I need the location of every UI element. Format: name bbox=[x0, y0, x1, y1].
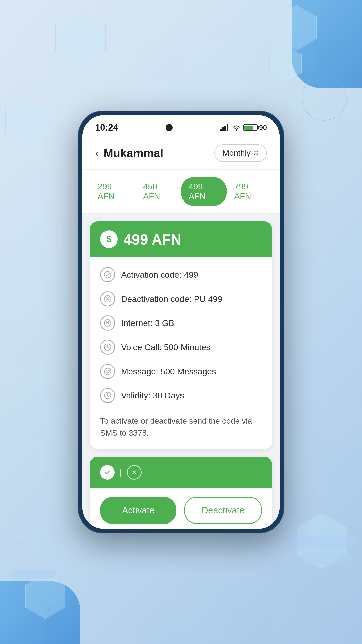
phone-frame: 10:24 90 bbox=[78, 111, 284, 533]
page-title: Mukammal bbox=[104, 146, 163, 160]
message-text: Message: 500 Messages bbox=[121, 367, 216, 376]
para-shape-3 bbox=[9, 570, 56, 579]
svg-point-5 bbox=[104, 271, 111, 278]
feature-deactivation: Deactivation code: PU 499 bbox=[100, 291, 262, 306]
para-shape-2 bbox=[295, 553, 353, 564]
deactivate-button[interactable]: Deactivate bbox=[184, 497, 262, 524]
plan-card-header: $ 499 AFN bbox=[90, 221, 272, 257]
status-time: 10:24 bbox=[95, 122, 118, 133]
price-tab-0[interactable]: 299 AFN bbox=[90, 177, 135, 206]
phone-screen: 10:24 90 bbox=[82, 115, 280, 529]
monthly-dropdown[interactable]: Monthly ⊕ bbox=[214, 144, 267, 162]
svg-rect-0 bbox=[220, 129, 222, 131]
signal-icon bbox=[220, 124, 230, 131]
price-tab-1[interactable]: 450 AFN bbox=[135, 177, 181, 206]
svg-rect-2 bbox=[224, 126, 226, 131]
deactivation-text: Deactivation code: PU 499 bbox=[121, 294, 222, 304]
battery-level: 90 bbox=[259, 124, 267, 132]
header-left: ‹ Mukammal bbox=[95, 146, 163, 160]
dotted-circle bbox=[302, 75, 347, 121]
main-section: $ 499 AFN Activation co bbox=[82, 214, 280, 529]
plan-note: To activate or deactivate send the code … bbox=[100, 412, 262, 439]
dropdown-arrow-icon: ⊕ bbox=[253, 149, 259, 157]
action-card-body: Activate Deactivate bbox=[90, 488, 272, 529]
action-card: | Activate Deactivate bbox=[90, 457, 272, 529]
svg-point-12 bbox=[104, 368, 111, 375]
app-content: ‹ Mukammal Monthly ⊕ 299 AFN 450 AFN 499… bbox=[82, 137, 280, 529]
camera-notch bbox=[166, 124, 173, 131]
feature-activation: Activation code: 499 bbox=[100, 267, 262, 282]
activation-text: Activation code: 499 bbox=[121, 270, 198, 280]
wifi-icon bbox=[232, 124, 241, 131]
feature-message: Message: 500 Messages bbox=[100, 364, 262, 379]
plan-card: $ 499 AFN Activation co bbox=[90, 221, 272, 449]
feature-internet: N Internet: 3 GB bbox=[100, 315, 262, 331]
message-icon bbox=[100, 364, 115, 379]
action-card-header: | bbox=[90, 457, 272, 488]
bg-hex-4 bbox=[5, 96, 50, 146]
feature-voice: Voice Call: 500 Minutes bbox=[100, 340, 262, 355]
price-tab-2[interactable]: 499 AFN bbox=[181, 177, 227, 206]
svg-rect-3 bbox=[227, 124, 228, 131]
feature-validity: Validity: 30 Days bbox=[100, 388, 262, 403]
voice-icon bbox=[100, 340, 115, 355]
activate-button[interactable]: Activate bbox=[100, 497, 176, 524]
price-icon: $ bbox=[100, 230, 118, 248]
status-inactive-icon bbox=[127, 465, 142, 480]
svg-text:N: N bbox=[106, 321, 109, 325]
status-active-icon bbox=[100, 465, 115, 480]
svg-point-4 bbox=[236, 129, 237, 131]
dollar-sign: $ bbox=[106, 234, 111, 245]
deactivation-icon bbox=[100, 291, 115, 306]
status-bar: 10:24 90 bbox=[82, 115, 280, 137]
internet-icon: N bbox=[100, 315, 115, 331]
para-shape-1 bbox=[285, 536, 358, 548]
plan-price: 499 AFN bbox=[124, 231, 182, 248]
monthly-label: Monthly bbox=[222, 148, 251, 158]
price-tabs: 299 AFN 450 AFN 499 AFN 799 AFN bbox=[82, 170, 280, 214]
bg-hex-1 bbox=[55, 10, 106, 65]
internet-text: Internet: 3 GB bbox=[121, 318, 174, 328]
battery-indicator: 90 bbox=[243, 124, 267, 132]
price-tab-3[interactable]: 799 AFN bbox=[227, 177, 272, 206]
activation-icon bbox=[100, 267, 115, 282]
svg-rect-1 bbox=[222, 127, 224, 131]
voice-text: Voice Call: 500 Minutes bbox=[121, 342, 210, 352]
page-header: ‹ Mukammal Monthly ⊕ bbox=[82, 137, 280, 170]
back-button[interactable]: ‹ bbox=[95, 147, 99, 159]
dotted-line bbox=[8, 542, 43, 543]
status-separator: | bbox=[120, 467, 122, 478]
status-icons: 90 bbox=[220, 124, 267, 132]
plan-card-body: Activation code: 499 Deactivation code bbox=[90, 257, 272, 449]
validity-text: Validity: 30 Days bbox=[121, 391, 184, 400]
validity-icon bbox=[100, 388, 115, 403]
